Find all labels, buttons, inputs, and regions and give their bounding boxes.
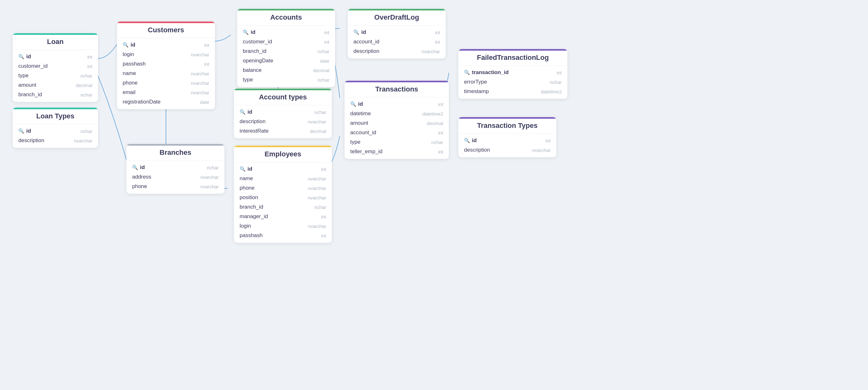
table-row: 🔍 id nchar — [13, 126, 98, 136]
table-row: type nchar — [237, 75, 335, 85]
pk-icon: 🔍 — [132, 165, 138, 170]
diagram-canvas: Loan 🔍 id int customer_id int type nchar… — [0, 0, 868, 390]
customers-title: Customers — [117, 22, 215, 38]
table-row: 🔍 id int — [345, 100, 449, 109]
table-loan: Loan 🔍 id int customer_id int type nchar… — [13, 33, 98, 102]
table-overdraft-log: OverDraftLog 🔍 id int account_id int des… — [348, 9, 446, 59]
table-row: 🔍 id nchar — [126, 163, 224, 172]
transaction-types-body: 🔍 id int description nvarchar — [458, 134, 556, 157]
transaction-types-title: Transaction Types — [458, 117, 556, 134]
table-row: name nvarchar — [234, 174, 332, 183]
table-row: amount decimal — [13, 80, 98, 90]
table-row: login nvarchar — [117, 50, 215, 59]
table-row: account_id int — [345, 128, 449, 137]
table-row: errorType nchar — [458, 77, 567, 87]
table-row: 🔍 id int — [13, 52, 98, 61]
table-row: 🔍 id int — [458, 136, 556, 145]
table-row: branch_id nchar — [237, 47, 335, 56]
table-row: timestamp datetime2 — [458, 87, 567, 96]
pk-icon: 🔍 — [123, 42, 129, 48]
table-row: login nvarchar — [234, 221, 332, 231]
table-row: passhash int — [234, 231, 332, 240]
transactions-title: Transactions — [345, 81, 449, 98]
overdraft-log-title: OverDraftLog — [348, 9, 446, 26]
customers-body: 🔍 id int login nvarchar passhash int nam… — [117, 38, 215, 109]
table-row: name nvarchar — [117, 69, 215, 78]
pk-icon: 🔍 — [18, 54, 24, 59]
pk-icon: 🔍 — [240, 109, 246, 115]
employees-title: Employees — [234, 146, 332, 162]
table-row: email nvarchar — [117, 88, 215, 97]
pk-icon: 🔍 — [18, 128, 24, 134]
loan-body: 🔍 id int customer_id int type nchar amou… — [13, 50, 98, 102]
failed-transaction-log-title: FailedTransactionLog — [458, 49, 567, 66]
table-row: description nvarchar — [348, 47, 446, 56]
table-row: customer_id int — [13, 61, 98, 71]
pk-icon: 🔍 — [464, 69, 470, 75]
transactions-body: 🔍 id int datetime datetime2 amount decim… — [345, 98, 449, 159]
table-employees: Employees 🔍 id int name nvarchar phone n… — [234, 146, 332, 243]
table-row: customer_id int — [237, 37, 335, 47]
table-row: manager_id int — [234, 212, 332, 221]
table-row: description nvarchar — [458, 145, 556, 155]
table-row: teller_emp_id int — [345, 147, 449, 157]
table-row: passhash int — [117, 59, 215, 69]
table-row: account_id int — [348, 37, 446, 47]
table-row: amount decimal — [345, 118, 449, 128]
table-failed-transaction-log: FailedTransactionLog 🔍 transaction_id in… — [458, 49, 567, 99]
table-row: 🔍 id int — [237, 28, 335, 37]
pk-icon: 🔍 — [353, 29, 360, 35]
pk-icon: 🔍 — [240, 166, 246, 172]
table-row: 🔍 transaction_id int — [458, 68, 567, 77]
table-row: 🔍 id int — [234, 164, 332, 174]
table-customers: Customers 🔍 id int login nvarchar passha… — [117, 22, 215, 109]
table-row: balance decimal — [237, 65, 335, 75]
table-transactions: Transactions 🔍 id int datetime datetime2… — [345, 81, 449, 159]
table-row: 🔍 id int — [348, 28, 446, 37]
branches-body: 🔍 id nchar address nvarchar phone nvarch… — [126, 161, 224, 194]
table-row: phone nvarchar — [117, 78, 215, 88]
pk-icon: 🔍 — [243, 29, 249, 35]
table-row: type nchar — [345, 137, 449, 147]
loan-types-title: Loan Types — [13, 108, 98, 124]
accounts-title: Accounts — [237, 9, 335, 26]
table-row: branch_id nchar — [13, 90, 98, 100]
table-row: 🔍 id nchar — [234, 107, 332, 117]
table-accounts: Accounts 🔍 id int customer_id int branch… — [237, 9, 335, 87]
table-loan-types: Loan Types 🔍 id nchar description nvarch… — [13, 108, 98, 148]
account-types-body: 🔍 id nchar description nvarchar interest… — [234, 105, 332, 138]
accounts-body: 🔍 id int customer_id int branch_id nchar… — [237, 26, 335, 87]
employees-body: 🔍 id int name nvarchar phone nvarchar po… — [234, 162, 332, 243]
table-row: 🔍 id int — [117, 40, 215, 50]
table-transaction-types: Transaction Types 🔍 id int description n… — [458, 117, 556, 157]
table-row: address nvarchar — [126, 172, 224, 182]
branches-title: Branches — [126, 144, 224, 161]
table-row: phone nvarchar — [234, 183, 332, 193]
table-row: type nchar — [13, 71, 98, 80]
table-row: registrationDate date — [117, 97, 215, 107]
pk-icon: 🔍 — [350, 101, 356, 107]
table-row: openingDate date — [237, 56, 335, 65]
table-row: description nvarchar — [234, 117, 332, 126]
overdraft-log-body: 🔍 id int account_id int description nvar… — [348, 26, 446, 59]
table-row: branch_id nchar — [234, 202, 332, 212]
loan-types-body: 🔍 id nchar description nvarchar — [13, 124, 98, 148]
loan-title: Loan — [13, 33, 98, 50]
table-row: interestRate decimal — [234, 126, 332, 136]
table-row: description nvarchar — [13, 136, 98, 145]
account-types-title: Account types — [234, 89, 332, 105]
table-row: position nvarchar — [234, 193, 332, 202]
table-row: phone nvarchar — [126, 182, 224, 191]
failed-transaction-log-body: 🔍 transaction_id int errorType nchar tim… — [458, 66, 567, 99]
table-account-types: Account types 🔍 id nchar description nva… — [234, 89, 332, 138]
table-row: datetime datetime2 — [345, 109, 449, 118]
table-branches: Branches 🔍 id nchar address nvarchar pho… — [126, 144, 224, 194]
pk-icon: 🔍 — [464, 138, 470, 143]
